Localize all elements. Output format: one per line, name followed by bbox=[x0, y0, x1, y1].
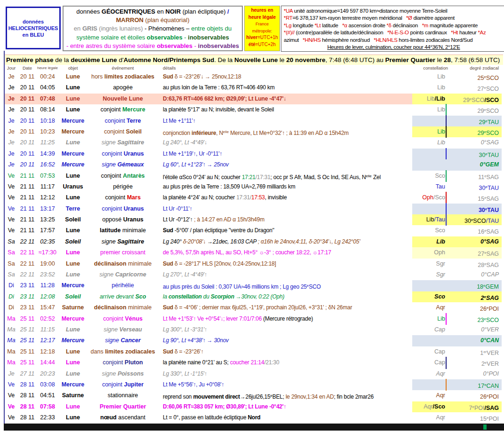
cell-deg: 30eTAU bbox=[455, 181, 502, 192]
cell-event: conjoint Uranus bbox=[88, 204, 158, 214]
cell-details: la planète 4°24' au N; coucher 17:31/17:… bbox=[158, 192, 412, 203]
cell-event: hors limites zodiacales bbox=[88, 71, 158, 82]
cell-date: 23 11 bbox=[18, 302, 37, 313]
cell-deg: 30eSCO/TAU bbox=[455, 214, 502, 225]
constellation-position-bar bbox=[446, 357, 447, 369]
cell-jour: Je bbox=[5, 137, 18, 148]
cell-const: Lib/Lib bbox=[412, 94, 455, 104]
table-row: Ve21 1117:57Lunelatitude minimaleSud -5°… bbox=[5, 225, 502, 236]
cell-date: 25 11 bbox=[18, 314, 37, 324]
cell-event: Premier Quartier bbox=[88, 401, 158, 412]
cell-const bbox=[412, 116, 455, 126]
table-row: Di23 1112:08Soleilarrive devant Scola co… bbox=[5, 291, 502, 302]
hours-line: heure légale bbox=[245, 14, 280, 21]
cell-jour: Je bbox=[5, 369, 18, 379]
cell-deg: 0°GEM bbox=[455, 159, 502, 170]
cell-event: déclinaison minimale bbox=[88, 302, 158, 313]
cell-event: conjoint Jupiter bbox=[88, 379, 158, 390]
cell-details: D:60,06 RT≈383 057 km; Ø30,89'; Lt Lune … bbox=[158, 401, 412, 412]
cell-heure: 14:39 bbox=[37, 149, 58, 159]
cell-date: 21 11 bbox=[18, 192, 37, 203]
cell-heure: 10:18 bbox=[37, 116, 58, 126]
local-time-note-box: heures en heure légale France métropole:… bbox=[244, 6, 280, 51]
cell-heure: 02:35 bbox=[37, 236, 58, 247]
cell-event: nœud ascendant bbox=[88, 412, 158, 423]
cell-const: Cap bbox=[412, 346, 455, 357]
cell-objet: Saturne bbox=[58, 390, 88, 401]
cell-date: 20 11 bbox=[18, 116, 37, 126]
cell-event: conjoint Mars bbox=[88, 192, 158, 203]
cell-objet: Mercure bbox=[58, 379, 88, 390]
table-row: Ma25 1102:52Mercureconjoint VénusLt Me +… bbox=[5, 314, 502, 324]
cell-heure: 20:23 bbox=[37, 369, 58, 379]
cell-heure: 13:17 bbox=[37, 204, 58, 214]
col-header-evenement: événement bbox=[88, 64, 158, 71]
cell-const: Sco bbox=[412, 291, 455, 302]
main-legend-line: en GRIS (ingrès lunaires) - Phénomènes –… bbox=[64, 24, 242, 33]
cell-heure: 02:52 bbox=[37, 314, 58, 324]
cell-deg: 28eSAG bbox=[455, 259, 502, 269]
cell-const: Lib bbox=[412, 236, 455, 247]
cell-heure: 00:24 bbox=[37, 71, 58, 82]
cell-deg: 0°SAG bbox=[455, 137, 502, 148]
cell-deg: 0°VER bbox=[455, 324, 502, 335]
main-legend-line: données GÉOCENTRIQUES en NOIR (plan écli… bbox=[64, 8, 242, 16]
abbreviations-legend-box: *UA unité astronomique=149 597 870 km≈di… bbox=[281, 6, 504, 52]
helio-line: en BLEU bbox=[7, 31, 59, 38]
cell-event: signe Gémeaux bbox=[88, 159, 158, 170]
cell-date: 22 11 bbox=[18, 269, 37, 280]
cell-jour: Je bbox=[5, 71, 18, 82]
cell-event: arrive devant Sco bbox=[88, 291, 158, 302]
cell-objet: Mercure bbox=[58, 335, 88, 346]
hours-line: France bbox=[245, 21, 280, 28]
cell-deg: 0°CAP bbox=[455, 269, 502, 280]
cell-details: l'étoile αSco 0°24' au N; coucher 17:21/… bbox=[158, 171, 412, 181]
table-row: Ve28 1103:08Mercureconjoint JupiterLt Me… bbox=[5, 379, 502, 390]
table-row: Je20 1110:18Mercureconjoint TerreLt Me +… bbox=[5, 116, 502, 126]
cell-deg: 16eSAG bbox=[455, 225, 502, 236]
cell-jour: Je bbox=[5, 104, 18, 115]
cell-const: Aqr bbox=[412, 412, 455, 423]
cell-objet: Lune bbox=[58, 259, 88, 269]
cell-heure: 04:51 bbox=[37, 390, 58, 401]
table-row: Je27 1120:23Lunesigne PoissonsLg 330°, L… bbox=[5, 369, 502, 379]
cell-const: Cap bbox=[412, 357, 455, 368]
cell-details: Lg 240°, Lt -4°49'↓ bbox=[158, 137, 412, 148]
cell-objet: Lune bbox=[58, 137, 88, 148]
cell-date: 20 11 bbox=[18, 159, 37, 170]
cell-heure: ≈17:30 bbox=[37, 247, 58, 258]
cell-jour: Sa bbox=[5, 247, 18, 258]
cell-heure: 11:28 bbox=[37, 280, 58, 291]
cell-heure: 07:48 bbox=[37, 94, 58, 104]
table-row: Sa22 1102:35Soleilsigne SagittaireLg 240… bbox=[5, 236, 502, 247]
cell-jour: Ve bbox=[5, 171, 18, 181]
cell-date: 22 11 bbox=[18, 247, 37, 258]
cell-objet: Lune bbox=[58, 247, 88, 258]
heliocentric-legend-box: données HELIOCENTRIQUES en BLEU bbox=[6, 7, 61, 49]
hours-line: heures en bbox=[245, 7, 280, 14]
constellation-position-bar bbox=[446, 126, 447, 138]
cell-const: Sco bbox=[412, 171, 455, 181]
cell-heure: 11:15 bbox=[37, 324, 58, 335]
column-headers: Jour Date heure légale objet événement d… bbox=[5, 64, 502, 71]
cell-event: signe Capricorne bbox=[88, 269, 158, 280]
cell-details: Sud δ = -23°26'↓ → 25nov,12:18 bbox=[158, 71, 412, 82]
cell-details: Lt Ur -0°12'↑ ; à 14:27 en AD α 15h/3h49… bbox=[158, 214, 412, 225]
cell-heure: 15:47 bbox=[37, 302, 58, 313]
cell-date: 20 11 bbox=[18, 82, 37, 93]
cell-date: 28 11 bbox=[18, 390, 37, 401]
legend-line: *RT=6 378,137 km-rayon terrestre moyen m… bbox=[284, 15, 504, 22]
cell-heure: 03:08 bbox=[37, 379, 58, 390]
cell-const: Aqr bbox=[412, 302, 455, 313]
cell-details: au plus près du Soleil : 0,307 UA≈46 mil… bbox=[158, 280, 412, 291]
table-row: Je20 1111:25Lunesigne SagittaireLg 240°,… bbox=[5, 137, 502, 148]
cell-heure: 14:44 bbox=[37, 357, 58, 368]
cell-date: 28 11 bbox=[18, 379, 37, 390]
main-legend-line: MARRON (plan équatorial) bbox=[64, 16, 242, 24]
table-row: Je20 1104:05Luneapogéeau plus loin de la… bbox=[5, 82, 502, 93]
cell-deg: 29eSCO bbox=[455, 126, 502, 137]
cell-objet: Lune bbox=[58, 71, 88, 82]
cell-deg: 11eSAG bbox=[455, 171, 502, 181]
cell-event: conjoint Pluton bbox=[88, 357, 158, 368]
helio-line: HELIOCENTRIQUES bbox=[7, 25, 59, 31]
